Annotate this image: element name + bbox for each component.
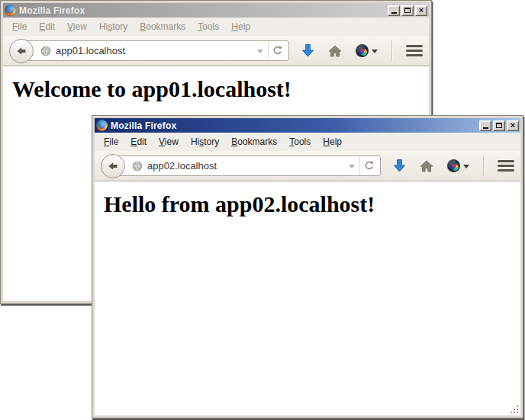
back-arrow-icon [15, 45, 27, 57]
toolbar-icons [393, 155, 514, 176]
menu-bar: File Edit View History Bookmarks Tools H… [3, 18, 429, 36]
menu-item-history[interactable]: History [93, 20, 134, 34]
close-button[interactable]: × [415, 5, 427, 16]
home-button[interactable] [328, 45, 342, 57]
maximize-icon [404, 8, 411, 13]
back-button[interactable] [9, 39, 34, 63]
close-icon: × [419, 6, 424, 14]
downloads-button[interactable] [301, 43, 314, 58]
toolbar-icons [301, 40, 423, 61]
downloads-button[interactable] [393, 159, 406, 173]
menu-item-bookmarks[interactable]: Bookmarks [225, 135, 283, 149]
menu-item-help[interactable]: Help [317, 135, 348, 149]
minimize-icon [483, 127, 488, 129]
maximize-button[interactable] [401, 5, 414, 16]
close-button[interactable]: × [507, 120, 519, 131]
menu-item-view[interactable]: View [153, 135, 185, 149]
menu-item-history[interactable]: History [185, 135, 225, 149]
window-controls: × [479, 120, 519, 131]
window-title: Mozilla Firefox [111, 120, 176, 131]
navigation-toolbar: app01.localhost [3, 36, 429, 66]
menu-item-bookmarks[interactable]: Bookmarks [134, 20, 192, 34]
url-bar[interactable]: app01.localhost [21, 40, 289, 61]
reload-button[interactable] [359, 157, 377, 175]
menu-bar: File Edit View History Bookmarks Tools H… [95, 133, 520, 151]
close-icon: × [511, 121, 515, 130]
firefox-icon[interactable] [96, 120, 108, 131]
minimize-button[interactable] [479, 120, 491, 131]
menu-item-help[interactable]: Help [225, 20, 256, 34]
page-content-app02: Hello from app02.localhost! [95, 181, 520, 415]
home-button[interactable] [420, 160, 433, 172]
navigation-toolbar: app02.localhost [95, 151, 520, 181]
reload-icon [363, 160, 375, 172]
color-wheel-icon [356, 44, 369, 57]
window-title: Mozilla Firefox [19, 5, 85, 16]
menu-item-edit[interactable]: Edit [124, 135, 153, 149]
browser-window-app02: Mozilla Firefox × File Edit View History… [92, 115, 523, 418]
toolbar-separator [391, 40, 392, 61]
url-text[interactable]: app02.localhost [147, 160, 346, 172]
minimize-button[interactable] [388, 5, 400, 16]
reload-icon [272, 45, 283, 56]
page-heading: Welcome to app01.localhost! [3, 76, 429, 102]
back-button[interactable] [101, 154, 125, 178]
menu-item-view[interactable]: View [61, 20, 93, 34]
maximize-button[interactable] [493, 120, 505, 131]
urlbar-dropdown-icon[interactable] [349, 165, 355, 172]
window-controls: × [388, 5, 427, 16]
menu-item-tools[interactable]: Tools [192, 20, 225, 34]
reload-button[interactable] [268, 42, 285, 59]
app-menu-button[interactable] [498, 160, 514, 172]
extension-caret-icon [463, 165, 469, 172]
urlbar-dropdown-icon[interactable] [257, 50, 263, 56]
back-arrow-icon [107, 160, 119, 172]
extension-button[interactable] [356, 44, 378, 57]
page-heading: Hello from app02.localhost! [95, 191, 520, 217]
menu-item-file[interactable]: File [6, 20, 33, 34]
extension-caret-icon [372, 50, 378, 56]
menu-item-file[interactable]: File [98, 135, 124, 149]
app-menu-button[interactable] [406, 45, 423, 56]
url-text[interactable]: app01.localhost [56, 45, 254, 56]
firefox-icon[interactable] [5, 5, 16, 16]
titlebar[interactable]: Mozilla Firefox × [95, 118, 520, 133]
toolbar-separator [483, 155, 484, 176]
extension-button[interactable] [447, 159, 469, 172]
resize-grip[interactable] [510, 405, 520, 415]
site-identity-globe-icon[interactable] [40, 46, 51, 56]
url-bar[interactable]: app02.localhost [113, 155, 381, 176]
menu-item-edit[interactable]: Edit [33, 20, 61, 34]
minimize-icon [391, 12, 397, 14]
maximize-icon [496, 123, 502, 128]
site-identity-globe-icon[interactable] [132, 161, 143, 172]
menu-item-tools[interactable]: Tools [283, 135, 317, 149]
titlebar[interactable]: Mozilla Firefox × [3, 3, 429, 18]
color-wheel-icon [447, 159, 460, 172]
